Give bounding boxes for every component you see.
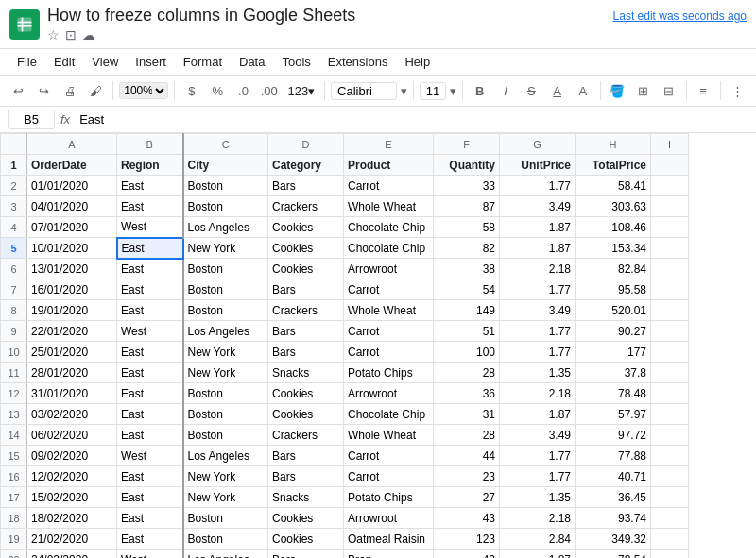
- decimal-more-button[interactable]: .00: [258, 79, 280, 102]
- cell-quantity[interactable]: 36: [434, 383, 500, 404]
- cell-product[interactable]: Chocolate Chip: [344, 217, 434, 238]
- cell-totalprice[interactable]: 303.63: [576, 196, 651, 217]
- cell-city[interactable]: Boston: [183, 425, 268, 446]
- cell-unitprice[interactable]: 3.49: [500, 425, 576, 446]
- cell-category[interactable]: Cookies: [268, 508, 344, 529]
- cell-quantity[interactable]: 149: [434, 300, 500, 321]
- cell-region[interactable]: East: [117, 383, 183, 404]
- cell-city[interactable]: Boston: [183, 176, 268, 196]
- cell-unitprice[interactable]: 1.87: [500, 217, 576, 238]
- cell-category[interactable]: Crackers: [268, 196, 344, 217]
- cell-quantity[interactable]: 33: [434, 176, 500, 196]
- cell-region[interactable]: West: [117, 550, 183, 559]
- cell-product[interactable]: Carrot: [344, 342, 434, 363]
- cell-quantity[interactable]: 123: [434, 529, 500, 550]
- header-city[interactable]: City: [183, 155, 268, 176]
- cell-orderdate[interactable]: 12/02/2020: [27, 466, 117, 487]
- cell-product[interactable]: Chocolate Chip: [344, 404, 434, 425]
- cell-orderdate[interactable]: 24/02/2020: [27, 550, 117, 559]
- cell-city[interactable]: Boston: [183, 196, 268, 217]
- col-header-d[interactable]: D: [268, 134, 344, 155]
- italic-button[interactable]: I: [494, 79, 516, 102]
- cell-product[interactable]: Potato Chips: [344, 363, 434, 383]
- cell-totalprice[interactable]: 36.45: [576, 487, 651, 508]
- cell-city[interactable]: Boston: [183, 383, 268, 404]
- cell-unitprice[interactable]: 1.77: [500, 279, 576, 300]
- cell-totalprice[interactable]: 93.74: [576, 508, 651, 529]
- cell-product[interactable]: Whole Wheat: [344, 300, 434, 321]
- cell-quantity[interactable]: 43: [434, 508, 500, 529]
- menu-item-edit[interactable]: Edit: [46, 51, 82, 73]
- cell-orderdate[interactable]: 06/02/2020: [27, 425, 117, 446]
- cell-category[interactable]: Bars: [268, 550, 344, 559]
- cell-orderdate[interactable]: 19/01/2020: [27, 300, 117, 321]
- cell-city[interactable]: New York: [183, 487, 268, 508]
- cell-region[interactable]: East: [117, 300, 183, 321]
- cell-unitprice[interactable]: 2.84: [500, 529, 576, 550]
- cell-city[interactable]: Boston: [183, 279, 268, 300]
- cell-totalprice[interactable]: 58.41: [576, 176, 651, 196]
- doc-title[interactable]: How to freeze columns in Google Sheets: [47, 6, 606, 25]
- cell-quantity[interactable]: 28: [434, 363, 500, 383]
- cell-city[interactable]: Los Angeles: [183, 446, 268, 466]
- cell-category[interactable]: Cookies: [268, 259, 344, 279]
- cell-orderdate[interactable]: 31/01/2020: [27, 383, 117, 404]
- cell-totalprice[interactable]: 349.32: [576, 529, 651, 550]
- cell-orderdate[interactable]: 07/01/2020: [27, 217, 117, 238]
- cell-product[interactable]: Arrowroot: [344, 259, 434, 279]
- cell-product[interactable]: Whole Wheat: [344, 425, 434, 446]
- cell-product[interactable]: Carrot: [344, 279, 434, 300]
- cell-unitprice[interactable]: 1.87: [500, 238, 576, 259]
- cell-city[interactable]: New York: [183, 466, 268, 487]
- cell-orderdate[interactable]: 25/01/2020: [27, 342, 117, 363]
- formula-input[interactable]: [76, 110, 748, 128]
- col-header-a[interactable]: A: [27, 134, 117, 155]
- cell-quantity[interactable]: 87: [434, 196, 500, 217]
- cell-unitprice[interactable]: 2.18: [500, 259, 576, 279]
- cell-city[interactable]: Boston: [183, 508, 268, 529]
- cell-category[interactable]: Snacks: [268, 487, 344, 508]
- cell-city[interactable]: New York: [183, 238, 268, 259]
- format-button[interactable]: 123▾: [284, 82, 318, 100]
- header-region[interactable]: Region: [117, 155, 183, 176]
- cell-unitprice[interactable]: 1.87: [500, 550, 576, 559]
- cell-category[interactable]: Bars: [268, 279, 344, 300]
- cell-quantity[interactable]: 27: [434, 487, 500, 508]
- cell-quantity[interactable]: 23: [434, 466, 500, 487]
- cell-product[interactable]: Carrot: [344, 321, 434, 342]
- cell-quantity[interactable]: 28: [434, 425, 500, 446]
- cell-unitprice[interactable]: 2.18: [500, 508, 576, 529]
- cell-totalprice[interactable]: 90.27: [576, 321, 651, 342]
- cell-region[interactable]: East: [117, 466, 183, 487]
- menu-item-data[interactable]: Data: [232, 51, 272, 73]
- cell-totalprice[interactable]: 40.71: [576, 466, 651, 487]
- cell-category[interactable]: Cookies: [268, 529, 344, 550]
- cell-region[interactable]: West: [117, 321, 183, 342]
- cell-city[interactable]: Boston: [183, 300, 268, 321]
- cell-city[interactable]: Los Angeles: [183, 321, 268, 342]
- borders-button[interactable]: ⊞: [632, 79, 654, 102]
- cell-category[interactable]: Bars: [268, 176, 344, 196]
- cell-product[interactable]: Chocolate Chip: [344, 238, 434, 259]
- cell-totalprice[interactable]: 78.54: [576, 550, 651, 559]
- cell-region[interactable]: East: [117, 238, 183, 259]
- cell-product[interactable]: Carrot: [344, 176, 434, 196]
- header-unitprice[interactable]: UnitPrice: [500, 155, 576, 176]
- cell-category[interactable]: Bars: [268, 446, 344, 466]
- cell-region[interactable]: East: [117, 176, 183, 196]
- cell-totalprice[interactable]: 37.8: [576, 363, 651, 383]
- cell-city[interactable]: Boston: [183, 529, 268, 550]
- cell-category[interactable]: Bars: [268, 321, 344, 342]
- cell-region[interactable]: East: [117, 279, 183, 300]
- cell-product[interactable]: Arrowroot: [344, 508, 434, 529]
- cell-totalprice[interactable]: 57.97: [576, 404, 651, 425]
- header-quantity[interactable]: Quantity: [434, 155, 500, 176]
- spreadsheet[interactable]: A B C D E F G H I 1 OrderDate Region Cit…: [0, 133, 756, 558]
- cell-orderdate[interactable]: 21/02/2020: [27, 529, 117, 550]
- cell-category[interactable]: Cookies: [268, 238, 344, 259]
- cell-product[interactable]: Whole Wheat: [344, 196, 434, 217]
- zoom-select[interactable]: 100%: [119, 82, 168, 99]
- cell-totalprice[interactable]: 108.46: [576, 217, 651, 238]
- cell-totalprice[interactable]: 97.72: [576, 425, 651, 446]
- percent-button[interactable]: %: [207, 79, 229, 102]
